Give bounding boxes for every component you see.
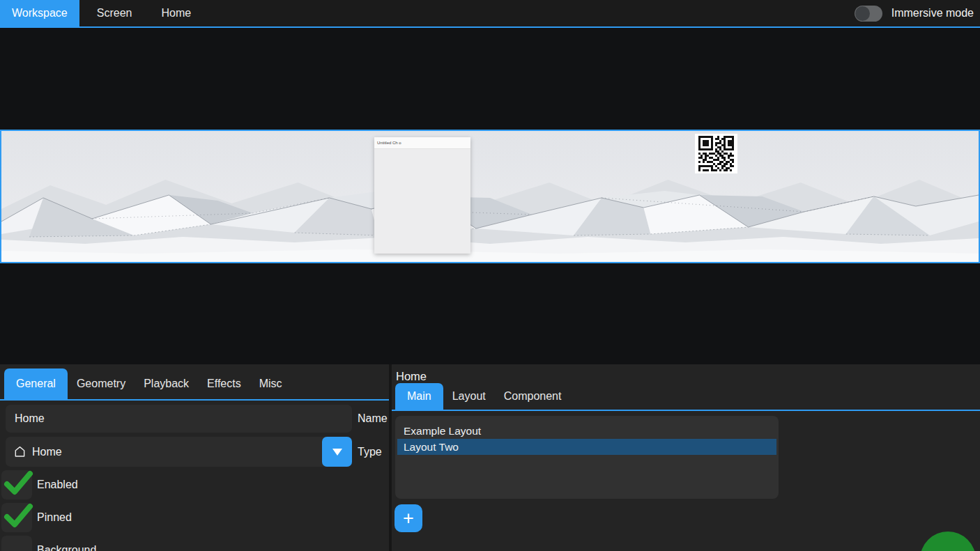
screen-panel-title: Home <box>392 364 980 385</box>
type-select-value: Home <box>32 446 62 458</box>
layout-list-item[interactable]: Example Layout <box>397 423 776 439</box>
type-select[interactable]: Home <box>6 437 352 467</box>
enabled-label: Enabled <box>37 479 78 491</box>
name-field-label: Name <box>358 412 388 425</box>
name-input[interactable]: Home <box>6 405 352 433</box>
type-field-label: Type <box>358 446 382 458</box>
tab-general[interactable]: General <box>4 368 68 399</box>
immersive-mode-toggle[interactable] <box>855 6 882 22</box>
tab-home[interactable]: Home <box>149 0 203 26</box>
immersive-mode-label: Immersive mode <box>891 7 974 20</box>
checkmark-icon <box>3 502 34 529</box>
enabled-checkbox-row: Enabled <box>1 470 389 499</box>
lowpoly-background-image <box>1 131 979 262</box>
bottom-panels: General Geometry Playback Effects Misc H… <box>0 364 980 551</box>
captured-window-thumbnail[interactable]: Untitled Ch o <box>374 137 470 254</box>
tab-main[interactable]: Main <box>395 383 443 410</box>
type-dropdown-button[interactable] <box>322 437 352 467</box>
layout-list: Example Layout Layout Two <box>395 416 779 499</box>
tab-layout[interactable]: Layout <box>443 383 495 410</box>
tab-screen[interactable]: Screen <box>85 0 144 26</box>
screen-panel: Home Main Layout Component Example Layou… <box>392 364 980 551</box>
qr-code[interactable] <box>695 134 737 173</box>
app-window: Workspace Screen Home Immersive mode <box>0 0 980 551</box>
tab-misc[interactable]: Misc <box>250 368 291 399</box>
chevron-down-icon <box>332 448 343 456</box>
properties-tab-bar: General Geometry Playback Effects Misc <box>0 364 389 401</box>
toggle-knob <box>855 6 870 21</box>
tab-component[interactable]: Component <box>495 383 571 410</box>
layout-list-item-selected[interactable]: Layout Two <box>397 439 776 455</box>
tab-playback[interactable]: Playback <box>135 368 198 399</box>
background-checkbox[interactable] <box>1 536 32 551</box>
properties-panel: General Geometry Playback Effects Misc H… <box>0 364 389 551</box>
checkmark-icon <box>3 469 34 497</box>
immersive-mode-control: Immersive mode <box>855 0 980 26</box>
workspace-canvas[interactable]: Untitled Ch o <box>0 28 980 364</box>
panorama-screen-selected[interactable] <box>0 130 980 263</box>
captured-window-title: Untitled Ch o <box>374 137 470 149</box>
top-tab-bar: Workspace Screen Home Immersive mode <box>0 0 980 28</box>
enabled-checkbox[interactable] <box>1 470 32 499</box>
pinned-label: Pinned <box>37 511 72 524</box>
pinned-checkbox-row: Pinned <box>1 503 389 532</box>
tab-geometry[interactable]: Geometry <box>68 368 135 399</box>
pinned-checkbox[interactable] <box>1 503 32 532</box>
tab-workspace[interactable]: Workspace <box>0 0 79 26</box>
screen-tab-bar: Main Layout Component <box>392 385 980 411</box>
home-icon <box>13 445 26 458</box>
background-checkbox-row: Background <box>1 536 389 551</box>
background-label: Background <box>37 544 96 551</box>
tab-effects[interactable]: Effects <box>198 368 250 399</box>
add-layout-button[interactable]: + <box>395 504 422 532</box>
